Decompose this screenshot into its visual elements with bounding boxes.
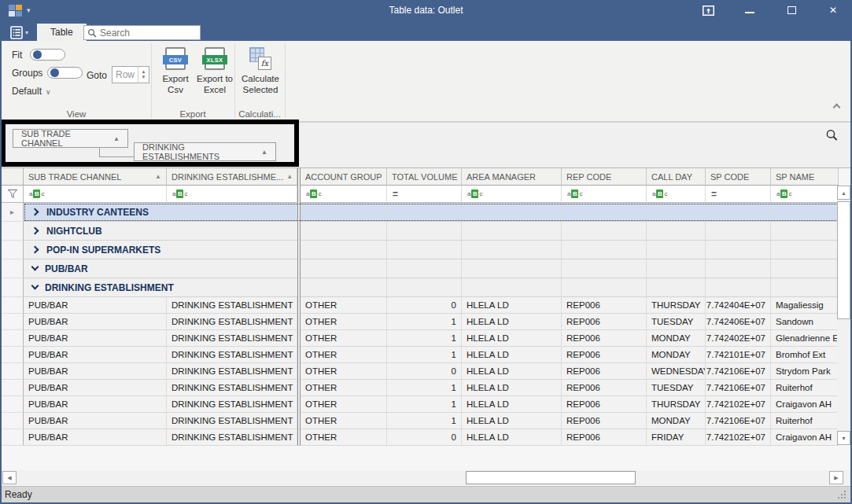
table-row[interactable]: PUB/BARDRINKING ESTABLISHMENTOTHER0HLELA… xyxy=(2,363,850,380)
column-header-call-day[interactable]: CALL DAY xyxy=(647,168,706,186)
column-header-sp-code[interactable]: SP CODE xyxy=(706,168,771,186)
group-row-pop-in-supermarkets[interactable]: POP-IN SUPERMARKETS xyxy=(2,241,850,259)
cell-area-manager[interactable]: HLELA LD xyxy=(462,363,562,380)
application-menu-button[interactable]: ▾ xyxy=(10,24,32,40)
table-row[interactable]: PUB/BARDRINKING ESTABLISHMENTOTHER1HLELA… xyxy=(2,380,850,396)
cell-drinking-establishme[interactable]: DRINKING ESTABLISHMENT xyxy=(167,297,297,314)
row-indicator[interactable] xyxy=(2,241,24,259)
cell-account-group[interactable]: OTHER xyxy=(301,314,387,330)
cell-drinking-establishme[interactable]: DRINKING ESTABLISHMENT xyxy=(167,413,297,429)
expand-group-icon[interactable] xyxy=(31,227,39,235)
column-header-area-manager[interactable]: AREA MANAGER xyxy=(462,168,562,186)
column-header-drinking-establishme[interactable]: DRINKING ESTABLISHME...▲ xyxy=(167,168,297,186)
column-header-sp-name[interactable]: SP NAME xyxy=(771,168,839,186)
goto-row-spinner[interactable]: Row ▲▼ xyxy=(112,66,149,83)
cell-call-day[interactable]: FRIDAY xyxy=(647,429,706,446)
spinner-arrows[interactable]: ▲▼ xyxy=(138,67,149,83)
filter-cell-rep-code[interactable]: aBc xyxy=(562,186,647,203)
cell-account-group[interactable]: OTHER xyxy=(301,363,387,380)
scroll-right-button[interactable]: ▶ xyxy=(829,471,843,484)
ribbon-search-box[interactable] xyxy=(83,25,201,40)
vertical-scrollbar[interactable]: ▲ ▼ xyxy=(837,186,851,445)
group-row-cells[interactable]: PUB/BAR xyxy=(24,259,839,278)
filter-cell-sp-name[interactable]: aBc xyxy=(771,186,839,203)
vertical-scrollbar-thumb[interactable] xyxy=(837,201,850,319)
minimize-button[interactable] xyxy=(743,4,756,17)
column-header-rep-code[interactable]: REP CODE xyxy=(562,168,647,186)
row-indicator[interactable] xyxy=(2,396,24,413)
cell-call-day[interactable]: MONDAY xyxy=(647,330,706,347)
cell-sp-code[interactable]: 7.742402E+07 xyxy=(706,330,771,347)
cell-rep-code[interactable]: REP006 xyxy=(562,297,647,314)
search-input[interactable] xyxy=(100,26,198,39)
cell-rep-code[interactable]: REP006 xyxy=(562,396,647,413)
expand-group-icon[interactable] xyxy=(31,208,39,216)
cell-call-day[interactable]: MONDAY xyxy=(647,413,706,429)
filter-cell-area-manager[interactable]: aBc xyxy=(462,186,562,203)
cell-drinking-establishme[interactable]: DRINKING ESTABLISHMENT xyxy=(167,380,297,396)
group-box-drinking-establishments[interactable]: DRINKING ESTABLISHMENTS ▲ xyxy=(134,142,276,161)
export-excel-button[interactable]: XLSX Export to Excel xyxy=(195,47,234,96)
group-row-cells[interactable]: DRINKING ESTABLISHMENT xyxy=(24,278,839,297)
cell-sub-trade-channel[interactable]: PUB/BAR xyxy=(24,429,167,446)
cell-sp-code[interactable]: 7.742406E+07 xyxy=(706,314,771,330)
cell-sp-name[interactable]: Bromhof Ext xyxy=(771,347,839,363)
cell-drinking-establishme[interactable]: DRINKING ESTABLISHMENT xyxy=(167,347,297,363)
cell-call-day[interactable]: THURSDAY xyxy=(647,297,706,314)
row-cells[interactable]: PUB/BARDRINKING ESTABLISHMENTOTHER0HLELA… xyxy=(24,363,839,380)
cell-sp-name[interactable]: Glenadrienne Ea xyxy=(771,330,839,347)
group-row-cells[interactable]: INDUSTRY CANTEENS xyxy=(24,203,839,222)
cell-area-manager[interactable]: HLELA LD xyxy=(462,330,562,347)
cell-sub-trade-channel[interactable]: PUB/BAR xyxy=(24,330,167,347)
row-indicator[interactable] xyxy=(2,380,24,396)
row-indicator[interactable] xyxy=(2,222,24,241)
table-row[interactable]: PUB/BARDRINKING ESTABLISHMENTOTHER1HLELA… xyxy=(2,413,850,429)
row-cells[interactable]: PUB/BARDRINKING ESTABLISHMENTOTHER0HLELA… xyxy=(24,297,839,314)
cell-sp-name[interactable]: Strydom Park xyxy=(771,363,839,380)
table-row[interactable]: PUB/BARDRINKING ESTABLISHMENTOTHER1HLELA… xyxy=(2,314,850,330)
group-row-pub-bar[interactable]: PUB/BAR xyxy=(2,259,850,278)
grid-search-button[interactable] xyxy=(825,129,839,143)
cell-drinking-establishme[interactable]: DRINKING ESTABLISHMENT xyxy=(167,330,297,347)
groups-toggle[interactable] xyxy=(47,67,83,79)
cell-sub-trade-channel[interactable]: PUB/BAR xyxy=(24,396,167,413)
cell-sub-trade-channel[interactable]: PUB/BAR xyxy=(24,413,167,429)
group-row-nightclub[interactable]: NIGHTCLUB xyxy=(2,222,850,241)
row-cells[interactable]: PUB/BARDRINKING ESTABLISHMENTOTHER1HLELA… xyxy=(24,396,839,413)
row-indicator[interactable] xyxy=(2,413,24,429)
row-cells[interactable]: PUB/BARDRINKING ESTABLISHMENTOTHER0HLELA… xyxy=(24,429,839,446)
cell-area-manager[interactable]: HLELA LD xyxy=(462,429,562,446)
horizontal-scrollbar-thumb[interactable] xyxy=(466,471,636,484)
filter-cell-account-group[interactable]: aBc xyxy=(301,186,387,203)
cell-area-manager[interactable]: HLELA LD xyxy=(462,413,562,429)
row-indicator[interactable] xyxy=(2,429,24,446)
collapse-group-icon[interactable] xyxy=(31,282,39,290)
cell-area-manager[interactable]: HLELA LD xyxy=(462,314,562,330)
collapse-ribbon-button[interactable] xyxy=(832,102,841,112)
cell-sub-trade-channel[interactable]: PUB/BAR xyxy=(24,380,167,396)
cell-rep-code[interactable]: REP006 xyxy=(562,347,647,363)
group-row-drinking-establishment[interactable]: DRINKING ESTABLISHMENT xyxy=(2,278,850,297)
cell-account-group[interactable]: OTHER xyxy=(301,380,387,396)
column-header-total-volume[interactable]: TOTAL VOLUME xyxy=(387,168,462,186)
cell-sub-trade-channel[interactable]: PUB/BAR xyxy=(24,297,167,314)
cell-call-day[interactable]: TUESDAY xyxy=(647,314,706,330)
cell-total-volume[interactable]: 1 xyxy=(387,347,462,363)
filter-cell-sub-trade-channel[interactable]: aBc xyxy=(24,186,167,203)
row-cells[interactable]: PUB/BARDRINKING ESTABLISHMENTOTHER1HLELA… xyxy=(24,330,839,347)
calculate-selected-button[interactable]: fx Calculate Selected xyxy=(238,47,283,96)
cell-call-day[interactable]: THURSDAY xyxy=(647,396,706,413)
cell-total-volume[interactable]: 1 xyxy=(387,413,462,429)
cell-sub-trade-channel[interactable]: PUB/BAR xyxy=(24,314,167,330)
cell-sp-name[interactable]: Ruiterhof xyxy=(771,380,839,396)
cell-sp-name[interactable]: Craigavon AH xyxy=(771,429,839,446)
cell-sp-code[interactable]: 7.742404E+07 xyxy=(706,297,771,314)
horizontal-scrollbar[interactable]: ◀ ▶ xyxy=(2,470,850,485)
cell-total-volume[interactable]: 1 xyxy=(387,330,462,347)
cell-rep-code[interactable]: REP006 xyxy=(562,363,647,380)
row-indicator[interactable] xyxy=(2,314,24,330)
cell-drinking-establishme[interactable]: DRINKING ESTABLISHMENT xyxy=(167,363,297,380)
cell-rep-code[interactable]: REP006 xyxy=(562,380,647,396)
cell-sub-trade-channel[interactable]: PUB/BAR xyxy=(24,363,167,380)
spinner-up-icon[interactable]: ▲ xyxy=(142,69,146,75)
